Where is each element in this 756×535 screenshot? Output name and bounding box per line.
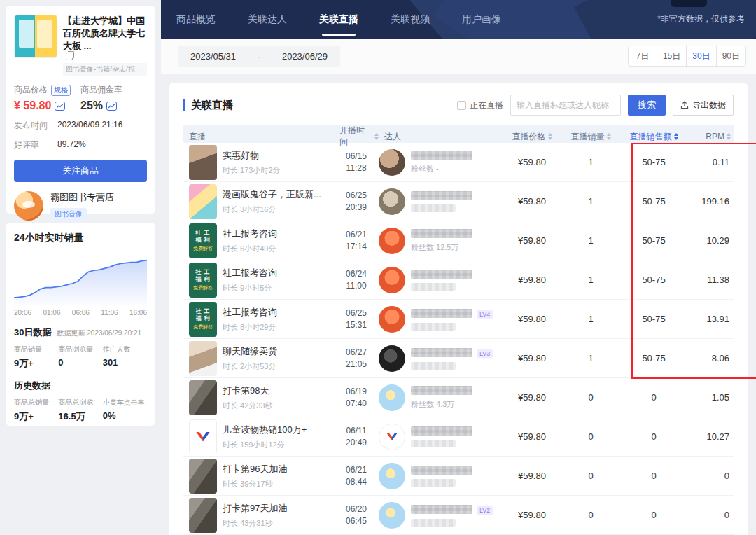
start-date: 06/11	[334, 425, 379, 437]
sort-icon[interactable]	[548, 133, 552, 140]
col-header-gmv[interactable]: 直播销售额	[619, 131, 689, 143]
talent-fans-blurred	[411, 323, 456, 331]
live-duration: 时长 39分17秒	[223, 479, 287, 489]
live-thumbnail: 社 工福 利免费解答	[189, 263, 217, 298]
release-time-label: 发布时间	[14, 120, 57, 132]
product-info-card: 【走进大学城】中国百所优质名牌大学七大板 ... 图书音像-书籍/杂志/报纸-.…	[6, 6, 155, 214]
talent-avatar[interactable]	[379, 463, 405, 489]
talent-avatar[interactable]	[379, 424, 405, 450]
shop-name[interactable]: 霸图图书专营店	[50, 191, 114, 204]
talent-avatar[interactable]	[379, 267, 405, 293]
copy-icon[interactable]	[66, 53, 73, 60]
chart-x-labels: 20:0601:0606:0611:0616:06	[14, 309, 147, 317]
history-row: 商品总销量 9万+ 商品总浏览 16.5万 小黄车点击率 0%	[14, 398, 147, 423]
period-button[interactable]: 30日	[686, 46, 715, 66]
thumbnail-text: 免费解答	[193, 245, 213, 251]
related-lives-panel: 关联直播 正在直播 搜索 导出数据 直播 开播时间 达人 直播价格 直播销量 直…	[169, 83, 748, 535]
stat-label: 商品总浏览	[58, 398, 102, 408]
talent-level-badge-slot: LV3	[477, 347, 493, 358]
talent-name-blurred	[411, 505, 472, 514]
col-header-talent[interactable]: 达人	[379, 131, 501, 143]
period-button[interactable]: 90日	[716, 46, 746, 66]
col-header-rpm[interactable]: RPM	[689, 132, 734, 141]
release-time-value: 2023/06/09 21:16	[57, 120, 122, 132]
talent-avatar[interactable]	[379, 345, 405, 372]
talent-fans-blurred	[411, 283, 456, 291]
col-header-sales[interactable]: 直播销量	[563, 131, 619, 143]
live-thumbnail	[189, 341, 217, 376]
spec-badge[interactable]: 规格	[51, 85, 71, 96]
export-label: 导出数据	[692, 99, 726, 111]
stat-label: 商品浏览量	[58, 345, 102, 354]
talent-avatar[interactable]	[379, 188, 405, 215]
live-thumbnail	[189, 498, 217, 533]
nav-tab-label: 用户画像	[462, 13, 501, 26]
talent-avatar[interactable]	[379, 306, 405, 333]
talent-avatar[interactable]	[379, 384, 405, 411]
table-row[interactable]: 儿童读物热销100万+ 时长 159小时12分 06/11 20:49 ¥59.…	[183, 417, 734, 457]
nav-tab[interactable]: 关联达人	[248, 0, 287, 39]
col-header-live[interactable]: 直播	[183, 131, 334, 143]
table-row[interactable]: 打卡第98天 时长 42分33秒 06/19 07:40 粉丝数 4.3万 ¥5…	[183, 378, 734, 417]
search-input[interactable]	[510, 95, 621, 116]
live-rpm-cell: 199.16	[689, 196, 734, 207]
thumbnail-text: 社 工	[195, 230, 210, 237]
sort-icon[interactable]	[727, 133, 731, 140]
date-separator: -	[258, 51, 260, 62]
search-button[interactable]: 搜索	[628, 95, 666, 116]
table-row[interactable]: 社 工福 利免费解答 社工报考咨询 时长 9小时5分 06/24 11:00 ¥…	[183, 260, 734, 300]
talent-avatar[interactable]	[379, 502, 405, 529]
nav-tab[interactable]: 关联视频	[391, 0, 430, 39]
live-rpm-cell: 1.05	[689, 392, 734, 403]
talent-level-badge: LV3	[477, 349, 493, 358]
start-date: 06/20	[334, 503, 379, 515]
nav-tab[interactable]: 关联直播	[319, 0, 358, 39]
live-gmv-cell: 0	[619, 431, 689, 442]
commission-trend-chart-icon[interactable]	[106, 102, 117, 111]
table-row[interactable]: 聊天随缘卖货 时长 2小时53分 06/27 21:05 LV3 ¥59.80 …	[183, 339, 734, 378]
table-row[interactable]: 漫画版鬼谷子，正版新... 时长 3小时16分 06/25 20:39 ¥59.…	[183, 182, 734, 221]
nav-tab[interactable]: 用户画像	[462, 0, 501, 39]
table-row[interactable]: 打卡第97天加油 时长 43分31秒 06/20 06:45 LV2 ¥59.8…	[183, 496, 734, 535]
talent-fans	[411, 362, 493, 370]
col-label: RPM	[706, 132, 724, 141]
live-price-cell: ¥59.80	[501, 314, 563, 324]
stat-item: 推广人数 301	[103, 345, 147, 370]
price-trend-chart-icon[interactable]	[55, 102, 65, 111]
date-range-picker[interactable]: 2023/05/31 - 2023/06/29	[178, 46, 340, 67]
talent-avatar[interactable]	[379, 228, 405, 254]
talent-name-blurred	[411, 426, 472, 436]
start-clock: 11:28	[334, 162, 379, 174]
live-price-cell: ¥59.80	[501, 157, 563, 167]
start-time-cell: 06/24 11:00	[334, 268, 379, 292]
rating-value: 89.72%	[57, 139, 86, 151]
nav-tab[interactable]: 商品概览	[176, 0, 216, 39]
date-start: 2023/05/31	[190, 51, 236, 62]
table-row[interactable]: 社 工福 利免费解答 社工报考咨询 时长 6小时49分 06/21 17:14 …	[183, 221, 734, 260]
start-date: 06/25	[334, 307, 379, 319]
sort-icon[interactable]	[674, 133, 678, 140]
live-price-cell: ¥59.80	[501, 471, 563, 481]
period-button[interactable]: 15日	[657, 46, 686, 66]
live-title: 儿童读物热销100万+	[223, 424, 307, 436]
talent-avatar[interactable]	[379, 149, 405, 176]
table-row[interactable]: 打卡第96天加油 时长 39分17秒 06/21 08:44 ¥59.80 0 …	[183, 457, 734, 496]
history-title: 历史数据	[14, 380, 50, 392]
date-end: 2023/06/29	[282, 51, 328, 62]
live-thumbnail: 社 工福 利免费解答	[189, 223, 217, 258]
sort-icon[interactable]	[607, 133, 611, 140]
live-duration: 时长 3小时16分	[223, 204, 321, 215]
live-title: 社工报考咨询	[223, 306, 277, 319]
table-row[interactable]: 实惠好物 时长 173小时2分 06/15 11:28 粉丝数 - ¥59.80…	[183, 143, 734, 182]
export-data-button[interactable]: 导出数据	[673, 95, 734, 116]
live-gmv-cell: 50-75	[619, 235, 689, 246]
thumbnail-text: 免费解答	[193, 284, 213, 291]
start-clock: 15:31	[334, 319, 379, 331]
period-button[interactable]: 7日	[629, 46, 657, 66]
live-now-checkbox[interactable]	[457, 101, 466, 110]
live-title: 打卡第98天	[223, 384, 273, 397]
table-row[interactable]: 社 工福 利免费解答 社工报考咨询 时长 8小时29分 06/25 15:31 …	[183, 300, 734, 339]
col-header-price[interactable]: 直播价格	[501, 131, 563, 143]
live-now-checkbox-wrap[interactable]: 正在直播	[457, 99, 503, 111]
follow-product-button[interactable]: 关注商品	[14, 160, 147, 182]
